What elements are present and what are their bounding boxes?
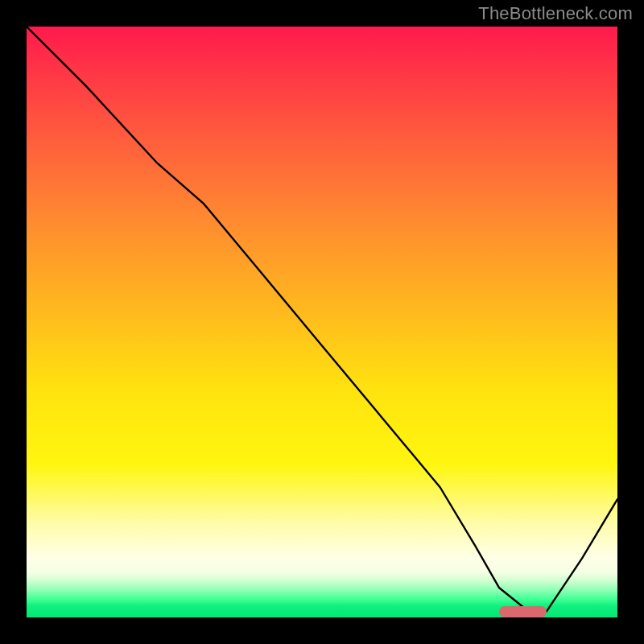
curve-line [27, 27, 617, 617]
optimal-range-marker [499, 606, 547, 617]
chart-frame: TheBottleneck.com [0, 0, 644, 644]
plot-area [27, 27, 617, 617]
attribution-text: TheBottleneck.com [478, 3, 633, 24]
